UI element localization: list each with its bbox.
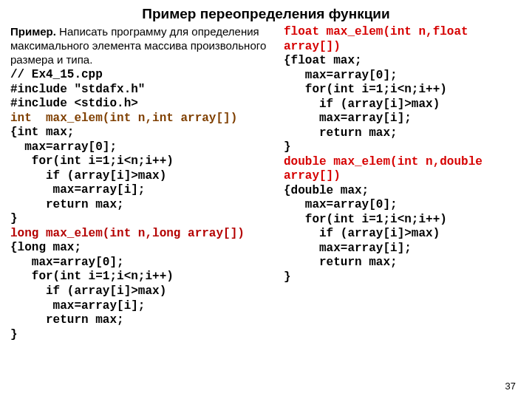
code-line: // Ex4_15.cpp xyxy=(10,68,103,81)
code-line: } xyxy=(284,270,291,284)
code-line: max=array[i]; xyxy=(284,112,412,125)
code-line: #include <stdio.h> xyxy=(10,97,138,110)
code-line: for(int i=1;i<n;i++) xyxy=(284,213,447,226)
code-line: max=array[i]; xyxy=(284,242,412,255)
code-line: {int max; xyxy=(10,126,74,139)
page-number: 37 xyxy=(505,381,516,392)
content-columns: Пример. Написать программу для определен… xyxy=(0,22,532,342)
sig-float-1: float max_elem(int n,float xyxy=(284,25,468,38)
slide-title: Пример переопределения функции xyxy=(0,0,532,22)
code-line: if (array[i]>max) xyxy=(10,169,166,183)
code-line: return max; xyxy=(10,313,124,327)
intro-text: Пример. Написать программу для определен… xyxy=(10,25,284,66)
code-line: } xyxy=(10,328,18,341)
code-line: return max; xyxy=(284,256,398,269)
sig-double-1: double max_elem(int n,double xyxy=(284,155,482,168)
sig-float-2: array[]) xyxy=(284,40,341,53)
sig-double-2: array[]) xyxy=(284,169,341,183)
code-line: max=array[i]; xyxy=(10,183,145,197)
code-line: max=array[0]; xyxy=(284,69,398,82)
code-line: } xyxy=(10,212,18,225)
code-line: for(int i=1;i<n;i++) xyxy=(10,270,174,283)
code-line: max=array[0]; xyxy=(284,198,398,211)
code-line: if (array[i]>max) xyxy=(284,98,440,111)
code-line: {float max; xyxy=(284,54,362,67)
code-line: #include "stdafx.h" xyxy=(10,83,145,96)
sig-int: int max_elem(int n,int array[]) xyxy=(10,112,237,125)
code-line: max=array[0]; xyxy=(10,256,124,269)
code-line: } xyxy=(284,140,291,154)
code-line: for(int i=1;i<n;i++) xyxy=(10,154,174,168)
code-line: return max; xyxy=(284,126,398,140)
left-column: Пример. Написать программу для определен… xyxy=(10,25,284,342)
code-line: return max; xyxy=(10,198,124,211)
code-line: for(int i=1;i<n;i++) xyxy=(284,83,447,96)
sig-long: long max_elem(int n,long array[]) xyxy=(10,227,245,240)
code-line: {double max; xyxy=(284,184,369,197)
code-line: max=array[i]; xyxy=(10,299,145,313)
code-line: {long max; xyxy=(10,241,81,254)
code-line: if (array[i]>max) xyxy=(284,227,440,240)
right-column: float max_elem(int n,float array[]) {flo… xyxy=(284,25,522,342)
code-line: max=array[0]; xyxy=(10,140,117,154)
intro-bold: Пример. xyxy=(10,25,56,38)
code-line: if (array[i]>max) xyxy=(10,284,166,298)
